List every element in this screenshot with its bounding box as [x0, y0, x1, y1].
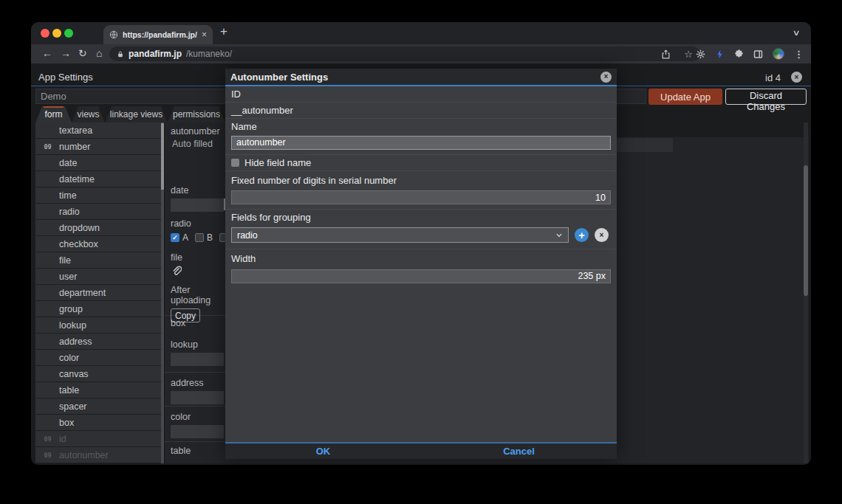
preview-field-label: date [171, 185, 227, 196]
name-label: Name [225, 119, 617, 134]
address-bar[interactable]: pandafirm.jp /kumaneko/ ☆ [109, 46, 700, 61]
grouping-select[interactable]: radio [231, 227, 569, 243]
new-tab-button[interactable]: + [220, 24, 227, 39]
tab-search-chevron-icon[interactable]: ∨ [792, 28, 800, 38]
sidebar-item-label: canvas [59, 369, 89, 379]
preview-field-label: color [171, 412, 227, 422]
share-icon[interactable] [661, 49, 671, 59]
sidebar-item-file[interactable]: file [35, 252, 164, 269]
update-app-button[interactable]: Update App [648, 89, 722, 105]
sidebar-item-dropdown[interactable]: dropdown [35, 220, 164, 236]
autonumber-settings-modal: Autonumber Settings × ID __autonumber Na… [225, 69, 617, 459]
tab-close-icon[interactable]: × [202, 30, 207, 39]
checked-checkbox-icon[interactable]: ✓ [171, 233, 179, 242]
sidebar-item-department[interactable]: department [35, 285, 164, 301]
preview-field-box: box [171, 318, 227, 328]
id-icon: 09 [42, 435, 53, 443]
sidebar-item-table[interactable]: table [35, 382, 164, 398]
preview-checkbox-option[interactable]: B [195, 232, 213, 243]
number-icon: 09 [42, 143, 53, 151]
preview-separator [165, 372, 227, 373]
tab-label: views [77, 109, 99, 120]
preview-field-input[interactable] [171, 353, 224, 366]
discard-changes-button[interactable]: Discard Changes [725, 89, 807, 105]
sidebar-item-label: radio [59, 207, 80, 217]
width-label: Width [225, 249, 617, 267]
tab-linkage-views[interactable]: linkage views [105, 106, 168, 122]
sidebar-item-label: number [59, 142, 90, 152]
sidebar-item-address[interactable]: address [35, 334, 164, 350]
ok-button[interactable]: OK [316, 446, 331, 457]
grouping-row: radio + × [225, 226, 617, 249]
reload-icon[interactable]: ↻ [78, 47, 87, 60]
sidebar-item-spacer[interactable]: spacer [35, 398, 164, 415]
sidebar-item-time[interactable]: time [35, 187, 164, 204]
sidebar-item-checkbox[interactable]: checkbox [35, 236, 164, 252]
bookmark-star-icon[interactable]: ☆ [684, 49, 693, 59]
sidebar-item-label: id [59, 434, 66, 444]
sidebar-item-number[interactable]: 09number [35, 139, 164, 155]
sidebar-item-radio[interactable]: radio [35, 204, 164, 220]
hide-field-name-checkbox[interactable] [231, 159, 239, 167]
sidebar-item-date[interactable]: date [35, 155, 164, 171]
profile-avatar[interactable] [773, 48, 784, 60]
sidebar-item-label: checkbox [59, 239, 98, 249]
paperclip-icon[interactable] [171, 266, 182, 277]
preview-field-lookup: lookup [171, 339, 227, 366]
home-icon[interactable]: ⌂ [96, 47, 102, 60]
modal-close-icon[interactable]: × [600, 72, 612, 83]
cancel-button[interactable]: Cancel [503, 446, 535, 457]
browser-window: https://pandafirm.jp/kumaneko × + ∨ ← → … [31, 22, 811, 465]
name-input[interactable] [231, 136, 611, 150]
app-record-id: id 4 [765, 72, 781, 83]
digits-input-row [225, 189, 617, 210]
toolbar-extensions: ⋮ [696, 44, 804, 63]
sidebar-item-group[interactable]: group [35, 301, 164, 317]
bolt-extension-icon[interactable] [715, 49, 725, 59]
unchecked-checkbox-icon[interactable] [195, 233, 204, 242]
app-page: App Settings id 4 × Demo Update App Disc… [31, 63, 811, 465]
sidebar-item-user[interactable]: user [35, 269, 164, 285]
preview-field-input[interactable] [171, 391, 224, 404]
tab-permissions[interactable]: permissions [168, 106, 225, 122]
preview-field-value: Auto filled [171, 139, 227, 149]
field-type-sidebar: textarea09numberdatedatetimetimeradiodro… [35, 122, 164, 463]
url-path: /kumaneko/ [186, 49, 232, 59]
sidebar-item-lookup[interactable]: lookup [35, 317, 164, 334]
canvas-field-input[interactable] [617, 138, 673, 152]
sidebar-item-color[interactable]: color [35, 350, 164, 366]
sidebar-item-box[interactable]: box [35, 415, 164, 431]
tab-title: https://pandafirm.jp/kumaneko [123, 30, 197, 39]
extensions-puzzle-icon[interactable] [734, 49, 744, 59]
sidebar-item-datetime[interactable]: datetime [35, 171, 164, 187]
checkbox-option-label: A [182, 232, 188, 243]
app-close-icon[interactable]: × [791, 72, 802, 83]
width-input[interactable] [231, 269, 611, 283]
preview-checkbox-option[interactable]: ✓A [171, 232, 188, 243]
traffic-minimize-button[interactable] [52, 29, 61, 38]
back-icon[interactable]: ← [42, 47, 52, 60]
browser-tab[interactable]: https://pandafirm.jp/kumaneko × [103, 25, 213, 44]
digits-input[interactable] [231, 190, 611, 204]
gear-extension-icon[interactable] [696, 49, 705, 59]
sidebar-item-canvas[interactable]: canvas [35, 366, 164, 382]
traffic-close-button[interactable] [41, 29, 49, 38]
remove-grouping-field-button[interactable]: × [595, 228, 609, 242]
autonumber-icon: 09 [42, 452, 53, 459]
preview-field-input[interactable] [171, 199, 224, 212]
forward-icon[interactable]: → [61, 47, 71, 60]
tab-views[interactable]: views [72, 106, 105, 122]
preview-field-label: address [171, 378, 227, 388]
side-panel-icon[interactable] [753, 49, 763, 59]
preview-field-label: lookup [171, 339, 227, 350]
tab-form[interactable]: form [35, 106, 72, 122]
preview-field-input[interactable] [171, 425, 224, 438]
traffic-zoom-button[interactable] [64, 29, 73, 38]
preview-field-autonumber: autonumberAuto filled [171, 126, 227, 149]
add-grouping-field-button[interactable]: + [575, 228, 589, 242]
hide-field-name-row[interactable]: Hide field name [225, 155, 617, 171]
browser-menu-icon[interactable]: ⋮ [794, 49, 804, 60]
preview-field-label: radio [171, 218, 227, 229]
canvas-scrollbar-thumb[interactable] [804, 165, 808, 296]
sidebar-item-textarea[interactable]: textarea [35, 122, 164, 139]
